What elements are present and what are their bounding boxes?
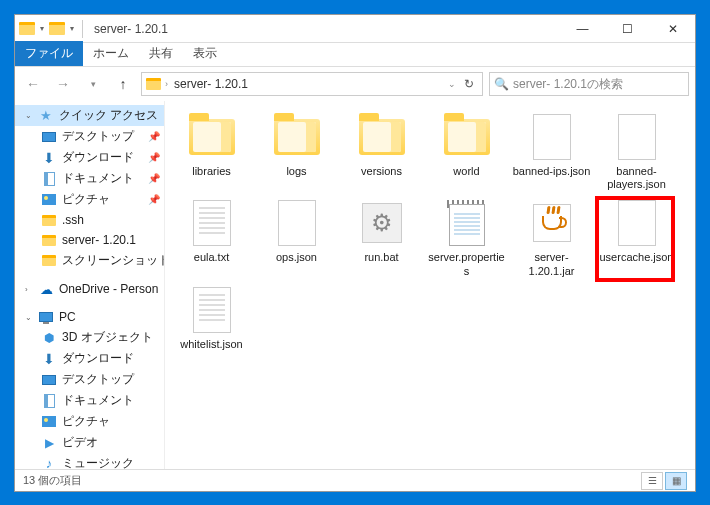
star-icon: ★ [38,108,54,124]
file-item[interactable]: whitelist.json [169,282,254,355]
pin-icon: 📌 [148,173,160,184]
file-icon [609,113,665,161]
folder-icon [42,255,56,266]
nav-videos[interactable]: ▶ビデオ [15,432,164,453]
file-label: server- 1.20.1.jar [511,251,592,277]
nav-documents[interactable]: ドキュメント📌 [15,168,164,189]
tab-share[interactable]: 共有 [139,41,183,66]
file-icon [524,113,580,161]
up-button[interactable]: ↑ [111,72,135,96]
file-item[interactable]: banned-ips.json [509,109,594,195]
nav-ssh[interactable]: .ssh [15,210,164,230]
file-item[interactable]: ops.json [254,195,339,281]
nav-server[interactable]: server- 1.20.1 [15,230,164,250]
tab-home[interactable]: ホーム [83,41,139,66]
maximize-button[interactable]: ☐ [605,15,650,43]
desktop-icon [42,375,56,385]
file-view[interactable]: librarieslogsversionsworldbanned-ips.jso… [165,101,695,469]
download-icon: ⬇ [41,351,57,367]
recent-dropdown-icon[interactable]: ▾ [81,72,105,96]
file-item[interactable]: server.properties [424,195,509,281]
search-placeholder: server- 1.20.1の検索 [513,76,623,93]
file-label: usercache.json [600,251,674,264]
view-icons-button[interactable]: ▦ [665,472,687,490]
nav-documents2[interactable]: ドキュメント [15,390,164,411]
refresh-icon[interactable]: ↻ [460,77,478,91]
pc-icon [39,312,53,322]
breadcrumb[interactable]: server- 1.20.1 [172,77,250,91]
jar-file-icon [524,199,580,247]
qat-dropdown-icon[interactable]: ▾ [68,24,76,33]
pin-icon: 📌 [148,131,160,142]
file-icon [609,199,665,247]
search-icon: 🔍 [494,77,509,91]
file-label: banned-players.json [596,165,677,191]
ribbon-tabs: ファイル ホーム 共有 表示 [15,43,695,67]
view-details-button[interactable]: ☰ [641,472,663,490]
file-label: server.properties [426,251,507,277]
file-item[interactable]: versions [339,109,424,195]
file-item[interactable]: eula.txt [169,195,254,281]
folder-icon [19,22,35,35]
nav-music[interactable]: ♪ミュージック [15,453,164,469]
pictures-icon [42,416,56,427]
folder-icon [49,22,65,35]
annotation-arrow [169,355,695,469]
nav-quick-access[interactable]: ⌄★クイック アクセス [15,105,164,126]
file-item[interactable]: server- 1.20.1.jar [509,195,594,281]
file-label: ops.json [276,251,317,264]
nav-onedrive[interactable]: ›☁OneDrive - Person [15,279,164,299]
address-bar[interactable]: › server- 1.20.1 ⌄ ↻ [141,72,483,96]
file-item[interactable]: logs [254,109,339,195]
folder-icon [354,113,410,161]
navigation-pane[interactable]: ⌄★クイック アクセス デスクトップ📌 ⬇ダウンロード📌 ドキュメント📌 ピクチ… [15,101,165,469]
forward-button[interactable]: → [51,72,75,96]
minimize-button[interactable]: — [560,15,605,43]
nav-pictures[interactable]: ピクチャ📌 [15,189,164,210]
video-icon: ▶ [41,435,57,451]
back-button[interactable]: ← [21,72,45,96]
explorer-window: ▾ ▾ server- 1.20.1 — ☐ ✕ ファイル ホーム 共有 表示 … [14,14,696,492]
status-bar: 13 個の項目 ☰ ▦ [15,469,695,491]
nav-screenshot[interactable]: スクリーンショット [15,250,164,271]
document-icon [44,172,55,186]
desktop-icon [42,132,56,142]
file-item[interactable]: world [424,109,509,195]
file-label: whitelist.json [180,338,242,351]
file-item[interactable]: banned-players.json [594,109,679,195]
chevron-right-icon[interactable]: › [165,79,168,89]
objects3d-icon: ⬢ [41,330,57,346]
window-title: server- 1.20.1 [90,22,560,36]
file-item[interactable]: usercache.json [594,195,679,281]
file-label: world [453,165,479,178]
tab-file[interactable]: ファイル [15,41,83,66]
folder-icon [439,113,495,161]
folder-icon [42,215,56,226]
qat-dropdown-icon[interactable]: ▾ [38,24,46,33]
titlebar[interactable]: ▾ ▾ server- 1.20.1 — ☐ ✕ [15,15,695,43]
chevron-down-icon[interactable]: ⌄ [448,79,456,89]
file-label: banned-ips.json [513,165,591,178]
tab-view[interactable]: 表示 [183,41,227,66]
close-button[interactable]: ✕ [650,15,695,43]
search-input[interactable]: 🔍 server- 1.20.1の検索 [489,72,689,96]
download-icon: ⬇ [41,150,57,166]
file-label: run.bat [364,251,398,264]
folder-icon [146,78,161,90]
file-item[interactable]: ⚙run.bat [339,195,424,281]
file-item[interactable]: libraries [169,109,254,195]
folder-icon [269,113,325,161]
properties-file-icon [439,199,495,247]
nav-downloads2[interactable]: ⬇ダウンロード [15,348,164,369]
file-icon [269,199,325,247]
nav-pc[interactable]: ⌄PC [15,307,164,327]
nav-desktop[interactable]: デスクトップ📌 [15,126,164,147]
address-row: ← → ▾ ↑ › server- 1.20.1 ⌄ ↻ 🔍 server- 1… [15,67,695,101]
text-file-icon [184,199,240,247]
file-label: versions [361,165,402,178]
file-label: eula.txt [194,251,229,264]
nav-downloads[interactable]: ⬇ダウンロード📌 [15,147,164,168]
nav-pictures2[interactable]: ピクチャ [15,411,164,432]
nav-desktop2[interactable]: デスクトップ [15,369,164,390]
nav-3d[interactable]: ⬢3D オブジェクト [15,327,164,348]
